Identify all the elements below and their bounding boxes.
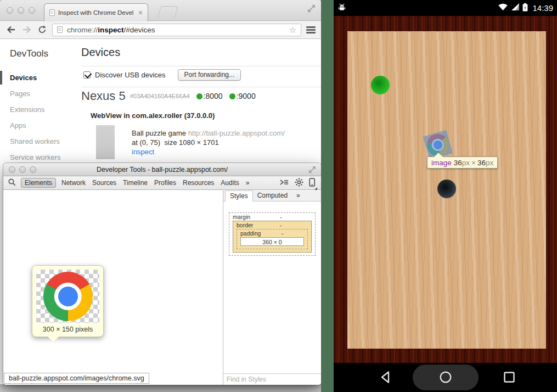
page-title: Devices [81, 46, 120, 59]
wifi-icon [498, 3, 508, 13]
tooltip-tag-name: image [431, 159, 452, 167]
sidebar-item-apps[interactable]: Apps [0, 117, 81, 133]
elements-panel: 300 × 150 pixels ball-puzzle.appspot.com… [3, 191, 223, 385]
sidebar-item-devices[interactable]: Devices [0, 70, 81, 86]
transparency-checkerboard [36, 270, 99, 323]
tab-computed[interactable]: Computed [253, 191, 292, 201]
url-bar[interactable]: chrome://inspect/#devices ☆ [52, 24, 301, 36]
webview-page-url[interactable]: http://ball-puzzle.appspot.com/ [188, 129, 285, 137]
find-in-styles-input[interactable]: Find in Styles [223, 373, 321, 385]
android-status-bar: 14:39 [334, 0, 557, 16]
devtools-titlebar[interactable]: Developer Tools - ball-puzzle.appspot.co… [3, 163, 321, 176]
window-traffic-lights [7, 7, 35, 14]
clock-time: 14:39 [532, 3, 553, 13]
green-ball[interactable] [371, 76, 390, 94]
devtools-window: Developer Tools - ball-puzzle.appspot.co… [3, 163, 321, 385]
tabs-overflow-chevron[interactable]: » [246, 179, 250, 187]
minimize-window-button[interactable] [19, 166, 26, 173]
reload-button[interactable] [37, 25, 47, 35]
webview-thumbnail [96, 125, 115, 159]
styles-pane-tabs: Styles Computed » [223, 191, 321, 201]
port-open-dot [229, 93, 235, 99]
elements-code [3, 191, 223, 192]
browser-tab[interactable]: Inspect with Chrome Devel × [44, 3, 148, 21]
usb-debugging-icon [337, 3, 346, 14]
device-serial: #03A404160A4E66A4 [130, 93, 190, 99]
menu-icon[interactable] [306, 26, 316, 33]
android-navigation-bar [334, 363, 557, 392]
divider [81, 66, 321, 66]
url-text: chrome://inspect/#devices [67, 26, 155, 34]
bookmark-star-icon[interactable]: ☆ [289, 26, 296, 34]
image-preview-tooltip: 300 × 150 pixels [32, 265, 104, 337]
webview-position: at (0, 75) [132, 138, 160, 147]
close-window-button[interactable] [7, 7, 13, 14]
devtools-window-title: Developer Tools - ball-puzzle.appspot.co… [97, 166, 228, 173]
devtools-toolbar: ElementsNetworkSourcesTimelineProfilesRe… [3, 176, 321, 190]
page-favicon [49, 9, 55, 16]
webview-page-name: Ball puzzle game [132, 129, 186, 137]
styles-tabs-overflow-chevron[interactable]: » [292, 191, 305, 201]
close-window-button[interactable] [9, 166, 15, 173]
device-mode-icon[interactable] [309, 178, 316, 188]
inspect-link[interactable]: inspect [132, 148, 154, 156]
devtools-tab-audits[interactable]: Audits [221, 179, 239, 187]
link-preview-statusbar: ball-puzzle.appspot.com/images/chrome.sv… [4, 373, 149, 384]
box-model-content[interactable]: 360 × 0 [240, 237, 304, 246]
battery-charging-icon [522, 3, 528, 14]
box-model-padding[interactable]: padding- 360 × 0 [237, 229, 308, 249]
back-button[interactable] [380, 371, 393, 386]
tab-close-icon[interactable]: × [138, 9, 143, 16]
devtools-tabs: ElementsNetworkSourcesTimelineProfilesRe… [19, 178, 243, 188]
discover-usb-checkbox[interactable] [83, 71, 91, 79]
devtools-tab-elements[interactable]: Elements [21, 178, 56, 188]
devtools-tab-network[interactable]: Network [61, 179, 86, 187]
dark-ball[interactable] [437, 180, 456, 198]
devtools-tab-sources[interactable]: Sources [92, 179, 116, 187]
zoom-window-button[interactable] [30, 166, 36, 173]
recents-button[interactable] [503, 371, 516, 386]
sidebar-item-extensions[interactable]: Extensions [0, 102, 81, 117]
settings-gear-icon[interactable] [295, 178, 303, 188]
home-button[interactable] [439, 371, 452, 386]
box-model-border[interactable]: border- padding- 360 × 0 [233, 221, 312, 253]
zoom-window-button[interactable] [29, 7, 35, 14]
device-name: Nexus 5 [81, 89, 126, 103]
webview-size: size 1080 × 1701 [164, 138, 218, 147]
sidebar-item-pages[interactable]: Pages [0, 86, 81, 102]
android-screen: image 36px × 36px 14:39 [334, 0, 557, 392]
port-status-8000: :8000 [196, 92, 223, 100]
browser-tabstrip: Inspect with Chrome Devel × [0, 0, 321, 21]
chrome-logo-image [43, 272, 93, 321]
sidebar-item-shared-workers[interactable]: Shared workers [0, 133, 81, 149]
expand-window-icon[interactable] [308, 165, 317, 176]
minimize-window-button[interactable] [18, 7, 24, 14]
box-model-margin[interactable]: margin- border- padding- 360 × 0 [229, 212, 316, 256]
forward-button[interactable] [21, 25, 32, 35]
new-tab-button[interactable] [157, 6, 178, 18]
tooltip-height: 36 [477, 159, 486, 167]
tab-title: Inspect with Chrome Devel [58, 9, 135, 16]
back-button[interactable] [5, 25, 16, 35]
browser-toolbar: chrome://inspect/#devices ☆ [0, 21, 321, 39]
devtools-tab-profiles[interactable]: Profiles [154, 179, 176, 187]
discover-usb-label: Discover USB devices [95, 71, 166, 79]
styles-sidebar: Styles Computed » margin- border- paddin… [223, 191, 321, 385]
tab-styles[interactable]: Styles [225, 191, 253, 201]
port-open-dot [196, 93, 202, 99]
box-model-metrics: margin- border- padding- 360 × 0 [223, 201, 321, 373]
divider [81, 87, 321, 87]
desktop-background-strip [321, 0, 334, 392]
cellular-signal-icon [511, 3, 520, 13]
devtools-tab-timeline[interactable]: Timeline [123, 179, 148, 187]
console-drawer-icon[interactable] [279, 178, 289, 188]
game-board-frame: image 36px × 36px [334, 16, 557, 363]
port-forwarding-button[interactable]: Port forwarding... [178, 69, 241, 81]
search-icon[interactable] [8, 178, 16, 188]
inspect-dimensions-tooltip: image 36px × 36px [427, 156, 498, 169]
image-dimensions-label: 300 × 150 pixels [36, 326, 99, 333]
dropdown-corner-icon [314, 187, 317, 190]
devtools-tab-resources[interactable]: Resources [183, 179, 214, 187]
devtools-sidebar-title: DevTools [10, 48, 48, 59]
expand-window-icon[interactable] [307, 4, 316, 15]
